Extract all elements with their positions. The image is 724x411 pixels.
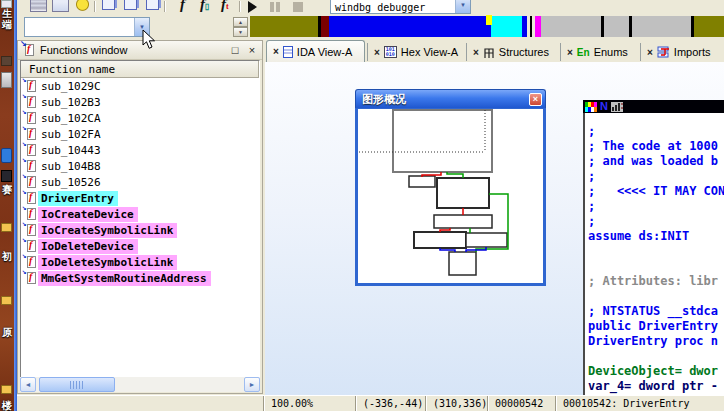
tab-enums[interactable]: × En Enums: [560, 43, 638, 61]
close-icon[interactable]: ×: [529, 93, 542, 106]
desktop-icon[interactable]: [1, 56, 12, 66]
function-row[interactable]: ↘fIoCreateSymbolicLink: [21, 222, 259, 238]
search-combo[interactable]: ▼: [24, 17, 150, 37]
node-color-palette-icon[interactable]: [585, 102, 597, 112]
status-cell: (-336,-44): [355, 396, 425, 411]
enums-icon: En: [577, 47, 590, 58]
recycle-bin-icon[interactable]: [1, 72, 12, 88]
window-list-icon[interactable]: [146, 0, 159, 10]
disassembly-line: ;: [588, 169, 724, 184]
spin-up-button[interactable]: ▲: [233, 17, 248, 27]
options-gear-icon[interactable]: [74, 0, 91, 12]
overview-node: [434, 215, 492, 228]
tab-label: Enums: [594, 46, 628, 58]
close-icon[interactable]: ×: [374, 47, 380, 58]
script-icon[interactable]: [52, 0, 69, 12]
disassembly-line: ; and was loaded b: [588, 154, 724, 169]
function-type-icon[interactable]: ft: [221, 0, 238, 13]
folder-icon[interactable]: [1, 385, 12, 394]
close-button[interactable]: ×: [245, 44, 259, 57]
desktop-icon-label[interactable]: 端: [0, 19, 14, 30]
tab-hex-view-a[interactable]: × 101010 Hex View-A: [367, 43, 464, 61]
view-tabbar: × IDA View-A × 101010 Hex View-A × Struc…: [265, 40, 724, 62]
desktop-icon-label[interactable]: 初: [0, 251, 14, 262]
tab-ida-view-a[interactable]: × IDA View-A: [266, 40, 365, 62]
stop-icon[interactable]: [293, 2, 303, 12]
run-debugger-icon[interactable]: [248, 1, 257, 13]
function-row[interactable]: ↘fMmGetSystemRoutineAddress: [21, 270, 259, 286]
function-row[interactable]: ↘fsub_10443: [21, 142, 259, 158]
pause-icon[interactable]: [270, 2, 280, 12]
function-name: DriverEntry: [38, 191, 118, 206]
close-icon[interactable]: ×: [647, 47, 653, 58]
desktop-icon[interactable]: [1, 170, 12, 182]
function-row[interactable]: ↘fDriverEntry: [21, 190, 259, 206]
node-name-icon[interactable]: N: [600, 101, 608, 112]
overview-node: [449, 252, 476, 275]
function-name: MmGetSystemRoutineAddress: [38, 271, 211, 286]
create-function-icon[interactable]: f: [180, 0, 197, 13]
function-row[interactable]: ↘fsub_1029C: [21, 78, 259, 94]
column-header-function-name[interactable]: Function name: [21, 61, 259, 78]
function-name: sub_10526: [38, 175, 105, 190]
function-struct-icon[interactable]: f▯: [200, 0, 217, 13]
disassembly-line: ; The code at 1000: [588, 139, 724, 154]
desktop-icon-label[interactable]: 楼: [0, 400, 14, 411]
desktop-icon-label[interactable]: 原: [0, 327, 14, 338]
tab-structures[interactable]: × Structures: [466, 43, 558, 61]
function-row[interactable]: ↘fIoCreateDevice: [21, 206, 259, 222]
imports-icon: [657, 46, 670, 59]
node-chart-icon[interactable]: [611, 102, 623, 112]
overview-body[interactable]: [355, 108, 546, 286]
folder-icon[interactable]: [1, 296, 12, 305]
chevron-down-icon[interactable]: ▼: [455, 0, 470, 13]
desktop-icon[interactable]: [1, 0, 12, 8]
desktop-icon-label[interactable]: 赛: [0, 184, 14, 195]
function-row[interactable]: ↘fsub_10526: [21, 174, 259, 190]
band-segment: [632, 16, 691, 37]
desktop-icon-label[interactable]: 生: [0, 8, 14, 19]
ida-pro-screen: 生 端 赛 初 原 楼 f f▯ ft windbg debugger ▼: [0, 0, 724, 411]
scrollbar-thumb[interactable]: [39, 377, 115, 392]
document-icon: [283, 46, 293, 58]
scroll-right-button[interactable]: ►: [244, 377, 260, 392]
tab-imports[interactable]: × Imports: [640, 43, 723, 61]
navigation-marker: [486, 15, 492, 25]
overview-graph[interactable]: [358, 109, 543, 281]
toolbar-separator: [239, 1, 241, 12]
band-segment: [541, 16, 601, 37]
debugger-combo[interactable]: windbg debugger ▼: [330, 0, 471, 14]
close-icon[interactable]: ×: [567, 47, 573, 58]
debugger-combo-value: windbg debugger: [331, 0, 455, 13]
band-segment: [250, 16, 318, 37]
graph-canvas[interactable]: 图形概况 × N ;; The code at 1000; and: [265, 62, 724, 395]
spin-down-button[interactable]: ▼: [233, 27, 248, 37]
scroll-left-button[interactable]: ◄: [20, 377, 36, 392]
function-row[interactable]: ↘fsub_104B8: [21, 158, 259, 174]
maximize-button[interactable]: □: [228, 44, 242, 57]
horizontal-scrollbar[interactable]: ◄ ►: [20, 377, 260, 392]
status-cell: 00010542: DriverEntry: [555, 396, 724, 411]
function-row[interactable]: ↘fsub_102FA: [21, 126, 259, 142]
band-segment: [321, 16, 329, 37]
function-row[interactable]: ↘fIoDeleteDevice: [21, 238, 259, 254]
calculator-icon[interactable]: [30, 0, 47, 12]
overview-titlebar[interactable]: 图形概况 ×: [355, 89, 546, 108]
window-copy-icon[interactable]: [124, 0, 137, 10]
disassembly-lines: ;; The code at 1000; and was loaded b;; …: [585, 113, 724, 394]
functions-window-caption[interactable]: ↘f Functions window □ ×: [18, 41, 262, 60]
function-row[interactable]: ↘fsub_102CA: [21, 110, 259, 126]
close-icon[interactable]: ×: [273, 46, 279, 57]
function-name: IoCreateDevice: [38, 207, 138, 222]
close-icon[interactable]: ×: [473, 47, 479, 58]
graph-overview-window: 图形概况 ×: [355, 89, 546, 286]
folder-icon[interactable]: [1, 223, 12, 232]
desktop-icon[interactable]: [1, 148, 12, 163]
window-icon[interactable]: [102, 0, 115, 10]
disassembly-node[interactable]: ;; The code at 1000; and was loaded b;; …: [583, 113, 724, 395]
function-row[interactable]: ↘fIoDeleteSymbolicLink: [21, 254, 259, 270]
function-row[interactable]: ↘fsub_102B3: [21, 94, 259, 110]
disassembly-line: public DriverEntry: [588, 319, 724, 334]
overview-node: [466, 233, 507, 247]
function-list[interactable]: ↘fsub_1029C↘fsub_102B3↘fsub_102CA↘fsub_1…: [21, 78, 259, 286]
